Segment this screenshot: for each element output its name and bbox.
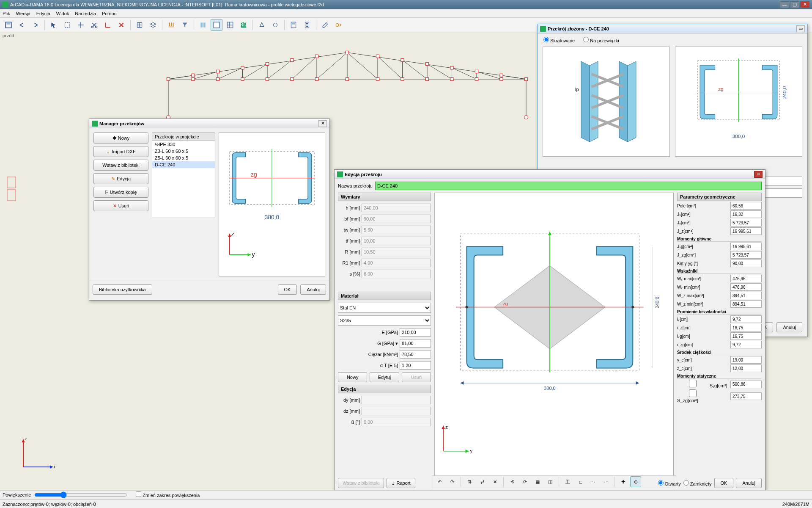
tool-help-icon[interactable] <box>333 19 345 31</box>
tool-grid-icon[interactable] <box>134 19 145 31</box>
material-edit-button[interactable]: Edytuj <box>370 372 399 382</box>
tool-settings-icon[interactable] <box>319 19 331 31</box>
g-input[interactable] <box>400 339 431 348</box>
tool-view2d-icon[interactable] <box>211 19 222 31</box>
list-item[interactable]: Z3-L 60 x 60 x 5 <box>152 148 215 155</box>
svg-text:380,0: 380,0 <box>265 214 280 221</box>
section-c-icon[interactable]: ⊏ <box>575 476 586 487</box>
material-class-select[interactable]: S235 <box>338 315 431 326</box>
user-library-button[interactable]: Biblioteka użytkownika <box>93 284 152 295</box>
section-drawing[interactable]: zg 380,0 240,0 z y <box>434 193 674 488</box>
new-button[interactable]: ✱Nowy <box>93 133 148 144</box>
svg-rect-18 <box>216 77 219 80</box>
latticed-radio[interactable]: Skratowane <box>543 37 575 43</box>
mirror-v-icon[interactable]: ⇅ <box>464 476 475 487</box>
tool-pointer-icon[interactable] <box>48 19 60 31</box>
report-button[interactable]: ⤓ Raport <box>387 478 415 488</box>
material-new-button[interactable]: Nowy <box>338 372 367 382</box>
list-item[interactable]: D-CE 240 <box>152 161 215 168</box>
list-item[interactable]: ½IPE 330 <box>152 141 215 148</box>
svg-text:lp: lp <box>575 87 579 92</box>
svg-rect-7 <box>214 22 219 28</box>
bf-input <box>362 215 431 223</box>
tool-axes-icon[interactable] <box>102 19 114 31</box>
tool-hinge-icon[interactable] <box>269 19 281 31</box>
tool-load-icon[interactable] <box>165 19 177 31</box>
cancel-button[interactable]: Anuluj <box>736 478 762 488</box>
cancel-button[interactable]: Anuluj <box>300 284 326 295</box>
import-dxf-button[interactable]: ⤓Import DXF <box>93 146 148 157</box>
tool-3d-icon[interactable]: 3D <box>238 19 250 31</box>
open-radio[interactable]: Otwarty <box>658 480 681 486</box>
mirror-h-icon[interactable]: ⇄ <box>477 476 488 487</box>
tool-move-icon[interactable] <box>75 19 87 31</box>
material-type-select[interactable]: Stal EN <box>338 303 431 313</box>
dialog-title: Edycja przekroju <box>345 172 754 177</box>
tool-redo-icon[interactable] <box>30 19 41 31</box>
cancel-button[interactable]: Anuluj <box>776 322 802 332</box>
add-icon[interactable]: ✚ <box>617 476 628 487</box>
dy-input[interactable] <box>362 396 431 404</box>
tool-calc-icon[interactable] <box>288 19 299 31</box>
alpha-input[interactable] <box>400 361 431 370</box>
tool-delete-icon[interactable] <box>115 19 127 31</box>
tool-table-icon[interactable] <box>224 19 236 31</box>
tool-save-icon[interactable] <box>3 19 14 31</box>
tool-filter-icon[interactable] <box>179 19 191 31</box>
close-button[interactable]: ✕ <box>800 1 809 8</box>
copy-button[interactable]: ⎘Utwórz kopię <box>93 187 148 198</box>
maximize-button[interactable]: ▢ <box>790 1 799 8</box>
menu-narzedzia[interactable]: Narzędzia <box>75 11 96 16</box>
menu-widok[interactable]: Widok <box>56 11 69 16</box>
battened-radio[interactable]: Na przewiązki <box>583 37 619 43</box>
menu-pomoc[interactable]: Pomoc <box>102 11 116 16</box>
menu-wersja[interactable]: Wersja <box>16 11 30 16</box>
tool-undo-icon[interactable] <box>16 19 28 31</box>
delete-icon[interactable]: ✕ <box>489 476 500 487</box>
section-list[interactable]: ½IPE 330 Z3-L 60 x 60 x 5 Z5-L 60 x 60 x… <box>152 141 215 217</box>
delete-button[interactable]: ✕Usuń <box>93 200 148 211</box>
rotate-left-icon[interactable]: ⟲ <box>507 476 518 487</box>
ok-button[interactable]: OK <box>278 284 297 295</box>
flip-v-icon[interactable]: ⥋ <box>600 476 611 487</box>
menu-edycja[interactable]: Edycja <box>36 11 50 16</box>
zoom-range-checkbox[interactable]: Zmień zakres powiększenia <box>136 491 200 498</box>
section-name-input[interactable] <box>375 182 762 190</box>
svg-text:z: z <box>25 436 27 441</box>
rotate-right-icon[interactable]: ⟳ <box>519 476 530 487</box>
flip-h-icon[interactable]: ⥊ <box>587 476 598 487</box>
undo-icon[interactable]: ↶ <box>434 476 445 487</box>
material-delete-button[interactable]: Usuń <box>402 372 431 382</box>
insert-from-library-button[interactable]: Wstaw z biblioteki <box>93 160 148 171</box>
tool-cut-icon[interactable] <box>88 19 100 31</box>
weight-input[interactable] <box>400 350 431 359</box>
tw-input <box>362 226 431 234</box>
tool-support-icon[interactable] <box>256 19 268 31</box>
section-i-icon[interactable]: 工 <box>562 476 573 487</box>
list-item[interactable]: Z5-L 60 x 60 x 5 <box>152 155 215 161</box>
e-input[interactable] <box>400 328 431 337</box>
status-bar: Zaznaczono: prętów-0; węzłów-0; obciążeń… <box>0 500 812 508</box>
szg-checkbox[interactable] <box>677 389 708 397</box>
redo-icon[interactable]: ↷ <box>447 476 458 487</box>
tool-section-icon[interactable] <box>197 19 209 31</box>
snap-icon[interactable]: ◫ <box>545 476 556 487</box>
svg-point-45 <box>524 116 528 119</box>
close-icon[interactable]: ▭ <box>796 25 805 32</box>
ok-button[interactable]: OK <box>714 478 734 488</box>
close-icon[interactable]: ✕ <box>754 171 763 178</box>
syg-checkbox[interactable] <box>677 380 708 387</box>
edit-button[interactable]: ✎Edycja <box>93 173 148 184</box>
close-icon[interactable]: ✕ <box>318 120 327 127</box>
tool-report-icon[interactable] <box>301 19 313 31</box>
tool-select-icon[interactable] <box>61 19 73 31</box>
dz-input[interactable] <box>362 407 431 415</box>
closed-radio[interactable]: Zamknięty <box>683 480 712 486</box>
center-icon[interactable]: ⊕ <box>630 476 641 487</box>
minimize-button[interactable]: — <box>780 1 789 8</box>
align-icon[interactable]: ▦ <box>532 476 543 487</box>
tool-layers-icon[interactable] <box>147 19 159 31</box>
zoom-slider[interactable] <box>34 491 127 498</box>
svg-rect-1 <box>7 22 11 25</box>
menu-plik[interactable]: Plik <box>3 11 10 16</box>
